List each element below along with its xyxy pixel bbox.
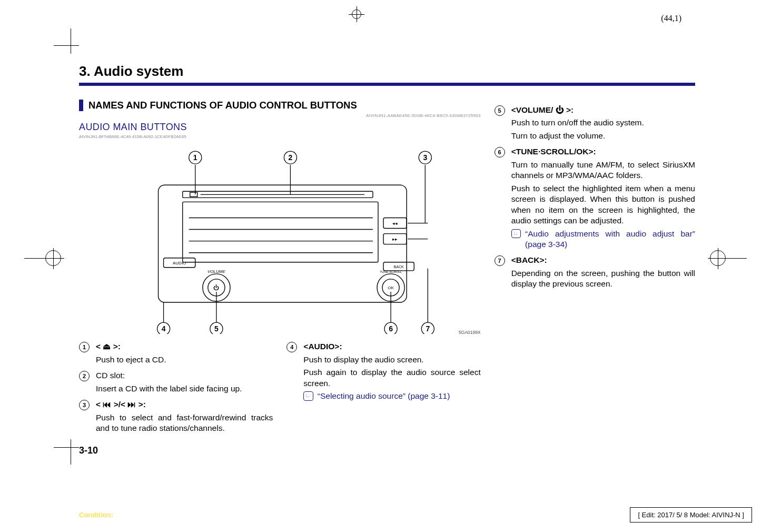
item-label-part: < [96, 342, 103, 351]
item-label: CD slot: [96, 371, 125, 380]
crop-mark [71, 439, 71, 465]
item-desc: Turn to adjust the volume. [511, 131, 695, 141]
item-label: <AUDIO>: [303, 342, 342, 351]
item-label-part: <VOLUME/ [511, 105, 556, 114]
print-footer: Condition: [ Edit: 2017/ 5/ 8 Model: AIV… [0, 502, 771, 532]
item-number-icon: 4 [286, 342, 297, 352]
chapter-title: 3. Audio system [79, 63, 695, 80]
column-right: 5 <VOLUME/ ⏻ >: Push to turn on/off the … [495, 100, 695, 436]
callout-num: 5 [214, 324, 219, 333]
callout-num: 4 [162, 324, 166, 333]
registration-mark [349, 6, 364, 22]
item-desc: Insert a CD with the label side facing u… [96, 383, 273, 394]
item-number-icon: 2 [79, 371, 90, 381]
crop-mark [54, 447, 79, 448]
section-heading: NAMES AND FUNCTIONS OF AUDIO CONTROL BUT… [79, 100, 481, 111]
sheet-page-ref: (44,1) [661, 14, 681, 23]
crop-mark [54, 45, 79, 46]
item-label-part: < [96, 400, 103, 409]
list-item: 5 <VOLUME/ ⏻ >: Push to turn on/off the … [495, 105, 695, 141]
item-label-part: >: [136, 400, 146, 409]
chapter-rule [79, 83, 695, 86]
reference-text: “Audio adjustments with audio adjust bar… [525, 229, 695, 250]
list-item: 6 <TUNE·SCROLL/OK>: Turn to manually tun… [495, 146, 695, 250]
reference-icon: ☞ [303, 391, 313, 400]
reference-text: “Selecting audio source” (page 3-11) [318, 391, 450, 401]
list-item: 3 < ⏮ >/< ⏭ >: Push to select and fast-f… [79, 399, 273, 434]
list-item: 4 <AUDIO>: Push to display the audio scr… [286, 341, 480, 401]
item-desc: Push to turn on/off the audio system. [511, 117, 695, 128]
panel-label-back: BACK [394, 265, 404, 269]
content-columns: NAMES AND FUNCTIONS OF AUDIO CONTROL BUT… [79, 100, 695, 436]
item-number-icon: 1 [79, 342, 90, 352]
item-desc: Push to select and fast-forward/rewind t… [96, 412, 273, 434]
item-label-part: >: [111, 342, 121, 351]
callout-num: 2 [289, 153, 293, 162]
items-left: 1 < ⏏ >: Push to eject a CD. 2 [79, 336, 273, 436]
panel-icon-prev: ◂◂ [392, 221, 398, 226]
page-number: 3-10 [79, 445, 98, 456]
cross-reference: ☞ “Audio adjustments with audio adjust b… [511, 229, 695, 250]
power-icon: ⏻ [556, 105, 564, 114]
svg-rect-18 [190, 192, 197, 196]
item-desc: Push to display the audio screen. [303, 354, 480, 365]
item-number-icon: 7 [495, 255, 505, 266]
section-heading-text: NAMES AND FUNCTIONS OF AUDIO CONTROL BUT… [88, 100, 357, 111]
next-track-icon: ⏭ [127, 400, 136, 409]
crop-target-left [24, 258, 44, 259]
audio-panel-diagram: 1 2 3 4 5 6 7 [79, 143, 481, 334]
items-middle: 5GA0199X 4 <AUDIO>: Push to display the … [286, 336, 480, 436]
section-heading-bar [79, 100, 83, 111]
list-item: 2 CD slot: Insert a CD with the label si… [79, 370, 273, 394]
subsection-title: AUDIO MAIN BUTTONS [79, 121, 481, 134]
subsection-code: AIVINJN1-BF54B88E-4C49-415B-A092-1CE4DFB… [79, 134, 481, 140]
svg-rect-16 [159, 185, 407, 302]
item-desc: Push to eject a CD. [96, 354, 273, 365]
callout-num: 3 [423, 153, 427, 162]
page-body: 3. Audio system NAMES AND FUNCTIONS OF A… [79, 63, 695, 453]
callout-num: 6 [389, 324, 393, 333]
item-number-icon: 3 [79, 400, 90, 410]
item-label-part: >/< [111, 400, 127, 409]
section-code: AIVINJN1-AABAE45E-5D0B-46C4-B8C5-63D6B37… [79, 113, 481, 119]
panel-label-audio: AUDIO [173, 261, 186, 265]
diagram-code: 5GA0199X [459, 330, 481, 336]
callout-num: 7 [426, 324, 430, 333]
item-number-icon: 6 [495, 147, 505, 157]
panel-label-ok: OK [388, 285, 394, 290]
eject-icon: ⏏ [103, 342, 111, 351]
panel-icon-next: ▸▸ [392, 237, 398, 242]
svg-rect-20 [183, 202, 378, 262]
audio-panel-svg: 1 2 3 4 5 6 7 [79, 144, 481, 334]
item-label-part: >: [564, 105, 574, 114]
crop-mark [71, 28, 71, 54]
item-desc: Push to select the highlighted item when… [511, 183, 695, 226]
footer-edit-info: [ Edit: 2017/ 5/ 8 Model: AIVINJ-N ] [630, 507, 752, 523]
footer-condition-label: Condition: [79, 511, 113, 519]
item-label: <TUNE·SCROLL/OK>: [511, 147, 596, 156]
panel-label-tune: TUNE·SCROLL [380, 270, 402, 273]
item-desc: Push again to display the audio source s… [303, 367, 480, 389]
list-item: 1 < ⏏ >: Push to eject a CD. [79, 341, 273, 365]
cross-reference: ☞ “Selecting audio source” (page 3-11) [303, 391, 480, 401]
prev-track-icon: ⏮ [103, 400, 111, 409]
reference-icon: ☞ [511, 229, 521, 238]
crop-target-right [727, 258, 747, 259]
callout-num: 1 [193, 153, 197, 162]
column-left: NAMES AND FUNCTIONS OF AUDIO CONTROL BUT… [79, 100, 481, 436]
item-number-icon: 5 [495, 105, 505, 116]
item-desc: Depending on the screen, pushing the but… [511, 268, 695, 290]
svg-text:⏻: ⏻ [213, 284, 219, 291]
item-desc: Turn to manually tune AM/FM, to select S… [511, 160, 695, 181]
list-item: 7 <BACK>: Depending on the screen, pushi… [495, 255, 695, 289]
panel-label-volume: VOLUME [207, 269, 226, 274]
item-label: <BACK>: [511, 255, 547, 264]
